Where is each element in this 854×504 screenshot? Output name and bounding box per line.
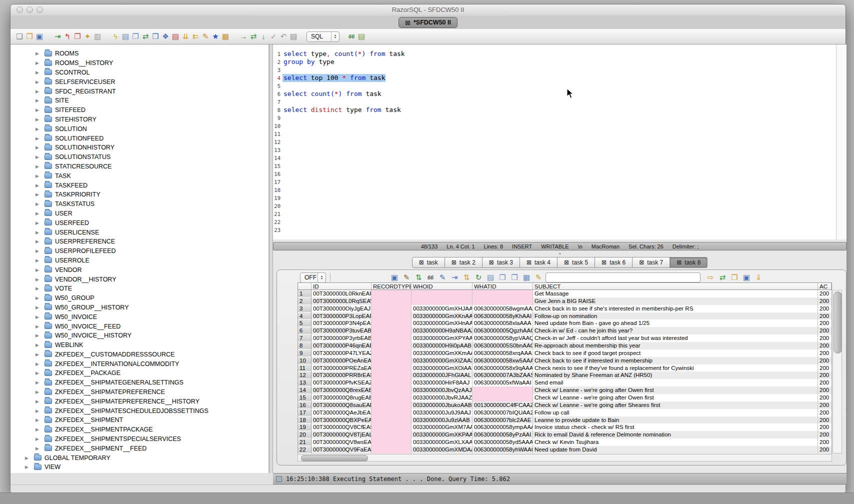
scrollbar-thumb[interactable]: [834, 292, 842, 354]
grid-row[interactable]: 1100T3000000PREZaEAP0033000000GmXOiAAN00…: [298, 364, 832, 372]
tree-item[interactable]: ▶ZKFEDEX__PACKAGE: [10, 368, 268, 378]
grid-row[interactable]: 1300T3000000PfvKSEAZ0033000000HirF8AAJ00…: [298, 379, 832, 386]
editor-line[interactable]: 13: [273, 146, 836, 154]
disclosure-triangle-icon[interactable]: ▶: [36, 324, 42, 329]
grid-row[interactable]: 700T3000000P3yrbEAB0033000000GmXPYAA3006…: [298, 334, 832, 342]
rollback-icon[interactable]: ↶: [278, 32, 288, 42]
tree-item[interactable]: ▶TASKFEED: [10, 180, 268, 190]
close-tab-icon[interactable]: ⊠: [405, 19, 410, 26]
tree-item[interactable]: ▶USERROLE: [10, 256, 268, 266]
tree-item[interactable]: ▶ZKFEDEX__SHIPMENT: [10, 416, 268, 425]
disclosure-triangle-icon[interactable]: ▶: [36, 408, 42, 414]
disclosure-triangle-icon[interactable]: ▶: [36, 314, 42, 320]
disclosure-triangle-icon[interactable]: ▶: [36, 333, 42, 338]
shift-lines-down-icon[interactable]: ⇊: [180, 32, 190, 42]
disclosure-triangle-icon[interactable]: ▶: [36, 248, 42, 254]
grid-row[interactable]: 2100T3000000QV8wsEAD0033000000GmXLXAA300…: [298, 438, 832, 446]
column-header[interactable]: AC: [818, 283, 832, 290]
disclosure-triangle-icon[interactable]: ▶: [36, 399, 42, 404]
disclosure-triangle-icon[interactable]: ▶: [36, 390, 42, 394]
column-header[interactable]: WHATID: [472, 283, 533, 290]
editor-line[interactable]: 19: [273, 194, 836, 202]
pane-splitter[interactable]: [269, 44, 273, 473]
notebook-icon[interactable]: ❒: [150, 32, 160, 42]
disclosure-triangle-icon[interactable]: ▶: [36, 446, 42, 451]
commit-check-icon[interactable]: ✓: [268, 32, 278, 42]
editor-scrollbar[interactable]: [836, 44, 846, 240]
tree-item[interactable]: ▶USERLICENSE: [10, 228, 268, 237]
grid-row[interactable]: 900T3000000P47LYEAZ0033000000GmXKmAAN006…: [298, 350, 832, 357]
editor-line[interactable]: 11: [273, 130, 836, 138]
export-document-icon[interactable]: ❐: [130, 32, 140, 42]
view-mode-icon[interactable]: 66: [426, 272, 436, 282]
execute-lightning-icon[interactable]: ϟ: [110, 32, 120, 42]
tree-item[interactable]: ▶SITEHISTORY: [10, 115, 268, 124]
filter-results-icon[interactable]: ✎: [402, 272, 412, 282]
open-folder-icon[interactable]: ❐: [24, 32, 34, 42]
refresh-results-icon[interactable]: ⇅: [414, 272, 424, 282]
grid-row[interactable]: 200T3000000L0RqSEAVGive Jenn a BIG RAISE…: [298, 298, 832, 305]
tree-item[interactable]: ▶GLOBAL TEMPORARY: [10, 453, 268, 462]
disclosure-triangle-icon[interactable]: ▶: [36, 80, 42, 84]
create-table-icon[interactable]: ✦: [82, 32, 92, 42]
disclosure-triangle-icon[interactable]: ▶: [36, 370, 42, 376]
tree-item[interactable]: ▶SOLUTIONFEED: [10, 134, 268, 143]
tree-item[interactable]: ▶W50_GROUP__HISTORY: [10, 303, 268, 312]
editor-line[interactable]: 18: [273, 186, 836, 194]
tree-item[interactable]: ▶USERFEED: [10, 218, 268, 228]
copy-rows-icon[interactable]: ❐: [510, 272, 520, 282]
form-list-icon[interactable]: ▤: [356, 32, 366, 42]
tree-item[interactable]: ▶SFDC_REGISTRANT: [10, 86, 268, 96]
close-tab-icon[interactable]: ⊠: [489, 259, 494, 266]
tree-item[interactable]: ▶SCONTROL: [10, 68, 268, 78]
disclosure-triangle-icon[interactable]: ▶: [36, 258, 42, 263]
disclosure-triangle-icon[interactable]: ▶: [36, 380, 42, 385]
editor-line[interactable]: 12: [273, 138, 836, 146]
sql-editor[interactable]: 1select type, count(*) from task2group b…: [273, 44, 846, 240]
editor-line[interactable]: 9: [273, 114, 836, 122]
disclosure-triangle-icon[interactable]: ▶: [36, 220, 42, 226]
disclosure-triangle-icon[interactable]: ▶: [36, 145, 42, 150]
execute-all-icon[interactable]: ⇄: [248, 32, 258, 42]
result-tab[interactable]: ⊠task 4: [520, 257, 558, 268]
reload-table-icon[interactable]: ↻: [474, 272, 484, 282]
insert-row-icon[interactable]: ⇥: [450, 272, 460, 282]
favorites-star-icon[interactable]: ★: [210, 32, 220, 42]
disclosure-triangle-icon[interactable]: ▶: [36, 342, 42, 348]
disclosure-triangle-icon[interactable]: ▶: [36, 183, 42, 188]
shift-lines-left-icon[interactable]: ⇇: [190, 32, 200, 42]
tree-item[interactable]: ▶SITEFEED: [10, 106, 268, 115]
column-header[interactable]: RECORDTYPEID: [372, 283, 412, 290]
quotes-66-icon[interactable]: 66: [346, 32, 356, 42]
grid-row[interactable]: 1600T3000000Q8sauEAB0033000000JbukoAAB00…: [298, 402, 832, 409]
disclosure-triangle-icon[interactable]: ▶: [36, 89, 42, 94]
disclosure-triangle-icon[interactable]: ▶: [36, 211, 42, 216]
form-view-icon[interactable]: ❒: [498, 272, 508, 282]
disclosure-triangle-icon[interactable]: ▶: [36, 268, 42, 272]
grid-row[interactable]: 500T3000000P3N4pEAF0033000000GmXHnAAN006…: [298, 320, 832, 327]
disclosure-triangle-icon[interactable]: ▶: [25, 464, 32, 470]
close-tab-icon[interactable]: ⊠: [639, 259, 644, 266]
tree-item[interactable]: ▶ZKFEDEX__SHIPMATEPREFERENCE__HISTORY: [10, 396, 268, 406]
editor-line[interactable]: 6select count(*) from task: [273, 90, 836, 98]
sql-mode-select[interactable]: SQL ▲▼: [306, 32, 340, 42]
editor-line[interactable]: 17: [273, 178, 836, 186]
describe-table-icon[interactable]: ▤: [120, 32, 130, 42]
tree-item[interactable]: ▶VOTE: [10, 284, 268, 294]
editor-line[interactable]: 2group by type: [273, 58, 836, 66]
tree-item[interactable]: ▶ZKFEDEX__SHIPMENT__FEED: [10, 444, 268, 453]
grid-row[interactable]: 300T3000000OiyJgEAJ0033000000GmXHJAA3006…: [298, 305, 832, 312]
disclosure-triangle-icon[interactable]: ▶: [36, 164, 42, 169]
editor-line[interactable]: 1select type, count(*) from task: [273, 50, 836, 58]
tree-item[interactable]: ▶ROOMS__HISTORY: [10, 58, 268, 68]
tree-item[interactable]: ▶TASKPRIORITY: [10, 190, 268, 200]
editor-line[interactable]: 4select top 100 * from task: [273, 74, 836, 82]
book-icon[interactable]: ❖: [160, 32, 170, 42]
refresh-document-icon[interactable]: ⇄: [140, 32, 150, 42]
disclosure-triangle-icon[interactable]: ▶: [36, 108, 42, 112]
editor-line[interactable]: 14: [273, 154, 836, 162]
disclosure-triangle-icon[interactable]: ▶: [36, 362, 42, 366]
find-next-icon[interactable]: ⇨: [706, 272, 716, 282]
column-header[interactable]: WHOID: [412, 283, 472, 290]
grid-row[interactable]: 2200T3000000QV9FaEAL0033000000GmXMDAA300…: [298, 446, 832, 454]
